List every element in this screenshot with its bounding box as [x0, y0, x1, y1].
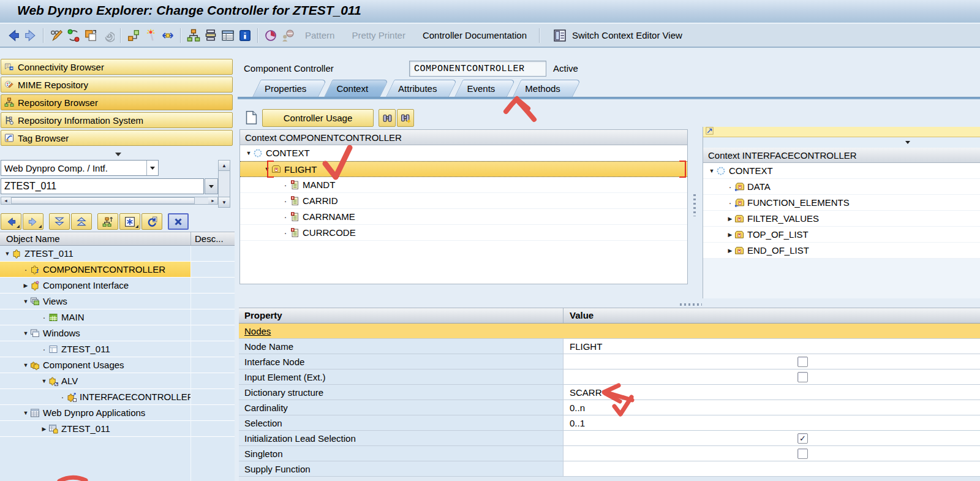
expander-closed-icon[interactable]: ▶ [40, 426, 48, 432]
tree-row-alv[interactable]: ▼ALV [0, 373, 235, 389]
expand-all-button[interactable] [71, 213, 92, 230]
browser-button-mime-repository[interactable]: MIME Repository [1, 77, 233, 93]
info-icon[interactable] [237, 28, 253, 44]
hierarchy-icon[interactable] [186, 28, 202, 44]
context-node-carrid[interactable]: ·CARRID [240, 193, 687, 209]
navigate-icon[interactable] [160, 28, 176, 44]
tree-row-ztest-011[interactable]: ▶ZTEST_011 [0, 421, 235, 437]
scroll-up-icon[interactable]: ▲ [219, 161, 230, 171]
browser-button-repository-information-system[interactable]: Repository Information System [1, 112, 233, 128]
tab-properties[interactable]: Properties [252, 80, 318, 97]
vertical-splitter[interactable] [688, 127, 703, 298]
find-next-button[interactable] [397, 109, 414, 127]
sidebar-collapse-caret[interactable] [115, 153, 121, 156]
checkbox-unchecked[interactable] [797, 357, 808, 367]
tree-row-component-interface[interactable]: ▶Component Interface [0, 278, 235, 294]
chevron-down-icon[interactable] [905, 141, 910, 144]
detail-list-icon[interactable] [220, 28, 236, 44]
expander-closed-icon[interactable]: ▶ [22, 282, 29, 289]
asterisk-button[interactable] [119, 213, 140, 230]
expander-open-icon[interactable]: ▼ [22, 410, 29, 416]
display-change-icon[interactable] [48, 28, 64, 44]
expander-open-icon[interactable]: ▼ [22, 330, 29, 336]
context-node-currcode[interactable]: ·CURRCODE [240, 225, 687, 241]
stop-user-icon[interactable] [280, 28, 296, 44]
browser-button-tag-browser[interactable]: Tag Browser [1, 130, 233, 146]
tree-row-ztest-011[interactable]: ·ZTEST_011 [0, 341, 235, 357]
tree-row-componentcontroller[interactable]: ·COMPONENTCONTROLLER [0, 262, 235, 278]
controller-documentation-button[interactable]: Controller Documentation [423, 30, 527, 40]
collapse-all-button[interactable] [49, 213, 70, 230]
tree-row-views[interactable]: ▼Views [0, 294, 235, 309]
create-icon[interactable] [244, 110, 260, 126]
context-node-function-elements[interactable]: ·FUNCTION_ELEMENTS [703, 195, 980, 211]
checkbox-unchecked[interactable] [797, 449, 808, 459]
context-node-filter-values[interactable]: ▶FILTER_VALUES [703, 211, 980, 227]
browser-button-connectivity-browser[interactable]: Connectivity Browser [1, 59, 233, 75]
expander-closed-icon[interactable]: ▶ [726, 216, 734, 222]
expander-open-icon[interactable]: ▼ [4, 251, 11, 257]
property-value[interactable] [564, 369, 980, 384]
context-node-data[interactable]: ·DATA [703, 179, 980, 195]
nav-forward-button[interactable] [23, 213, 43, 230]
object-history-dropdown-button[interactable] [205, 178, 218, 194]
tree-row-component-usages[interactable]: ▼Component Usages [0, 357, 235, 373]
expander-open-icon[interactable]: ▼ [40, 378, 48, 384]
context-node-context[interactable]: ▼CONTEXT [240, 145, 687, 161]
runtime-icon[interactable] [263, 28, 279, 44]
context-node-mandt[interactable]: ·MANDT [240, 177, 687, 193]
tab-attributes[interactable]: Attributes [386, 80, 449, 97]
checkbox-unchecked[interactable] [797, 372, 808, 382]
expander-open-icon[interactable]: ▼ [22, 362, 29, 368]
property-value[interactable] [564, 446, 980, 461]
hierarchy-up-button[interactable] [97, 213, 118, 230]
property-value[interactable]: SCARR [564, 385, 980, 400]
description-column-header[interactable]: Desc... [191, 232, 235, 245]
tree-row-main[interactable]: ·MAIN [0, 309, 235, 325]
property-value[interactable] [564, 354, 980, 369]
browser-button-repository-browser[interactable]: Repository Browser [1, 94, 233, 110]
horizontal-splitter[interactable] [238, 298, 980, 308]
splitter-handle[interactable] [693, 194, 696, 216]
where-used-icon[interactable] [126, 28, 141, 44]
section-link[interactable]: Nodes [239, 324, 271, 338]
forward-icon[interactable] [23, 28, 39, 44]
property-value[interactable] [564, 461, 980, 476]
tree-row-web-dynpro-applications[interactable]: ▼Web Dynpro Applications [0, 405, 235, 421]
expander-open-icon[interactable]: ▼ [245, 150, 252, 156]
object-category-select[interactable]: Web Dynpro Comp. / Intf. [1, 160, 159, 176]
hscroll-thumb[interactable] [11, 197, 195, 204]
controller-name-field[interactable]: COMPONENTCONTROLLER [409, 61, 546, 77]
expander-closed-icon[interactable]: ▶ [726, 248, 734, 254]
context-node-context[interactable]: ▼CONTEXT [703, 163, 980, 179]
tree-row-ztest-011[interactable]: ▼ZTEST_011 [0, 246, 235, 262]
scroll-left-icon[interactable]: ◄ [1, 197, 10, 204]
property-value[interactable]: FLIGHT [564, 339, 980, 354]
property-value[interactable]: 0..n [564, 400, 980, 415]
object-name-column-header[interactable]: Object Name [0, 232, 191, 245]
sidebar-hscrollbar[interactable]: ◄ ► [1, 197, 218, 205]
nav-back-button[interactable] [1, 213, 21, 230]
property-section-nodes[interactable]: Nodes [239, 324, 980, 339]
back-icon[interactable] [6, 28, 21, 44]
controller-usage-button[interactable]: Controller Usage [262, 109, 374, 127]
context-node-top-of-list[interactable]: ▶TOP_OF_LIST [703, 227, 980, 243]
scroll-right-icon[interactable]: ► [208, 197, 217, 204]
expander-open-icon[interactable]: ▼ [708, 168, 715, 174]
tab-context[interactable]: Context [324, 80, 380, 97]
object-name-input[interactable]: ZTEST_011 [1, 178, 204, 194]
switch-context-editor-view-button[interactable]: Switch Context Editor View [551, 28, 682, 44]
hsplitter-handle[interactable] [680, 303, 702, 306]
expander-closed-icon[interactable]: ▶ [726, 232, 734, 238]
tab-methods[interactable]: Methods [513, 80, 573, 97]
expander-open-icon[interactable]: ▼ [22, 298, 29, 305]
sidebar-mini-vscrollbar[interactable]: ▲ ▼ [218, 160, 230, 208]
property-value[interactable]: ✓ [564, 431, 980, 445]
select-dropdown-icon[interactable] [146, 161, 158, 175]
context-node-end-of-list[interactable]: ▶END_OF_LIST [703, 243, 980, 259]
spiral-icon[interactable] [100, 28, 116, 44]
checkbox-checked[interactable]: ✓ [797, 433, 808, 444]
tree-row-interfacecontroller-[interactable]: ·INTERFACECONTROLLER_ [0, 389, 235, 405]
refresh-object-icon[interactable] [66, 28, 81, 44]
context-node-flight[interactable]: ▼FLIGHT [240, 161, 687, 177]
